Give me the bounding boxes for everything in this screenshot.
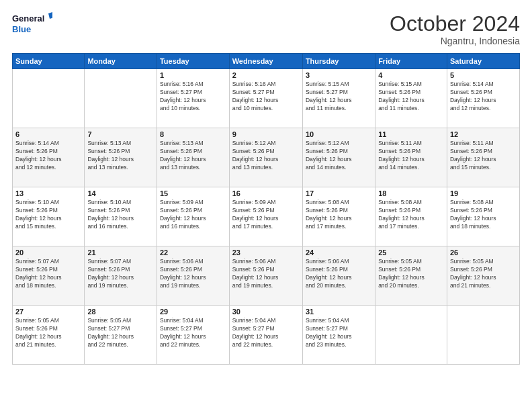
day-info: Sunrise: 5:10 AM Sunset: 5:26 PM Dayligh… bbox=[15, 199, 81, 231]
table-row: 7Sunrise: 5:13 AM Sunset: 5:26 PM Daylig… bbox=[85, 128, 157, 187]
day-number: 27 bbox=[15, 308, 81, 316]
table-row: 10Sunrise: 5:12 AM Sunset: 5:26 PM Dayli… bbox=[302, 128, 375, 187]
month-title: October 2024 bbox=[390, 12, 520, 36]
day-info: Sunrise: 5:08 AM Sunset: 5:26 PM Dayligh… bbox=[450, 199, 517, 231]
table-row: 21Sunrise: 5:07 AM Sunset: 5:26 PM Dayli… bbox=[85, 246, 157, 306]
day-number: 25 bbox=[378, 248, 444, 257]
table-row: 19Sunrise: 5:08 AM Sunset: 5:26 PM Dayli… bbox=[447, 187, 519, 246]
day-info: Sunrise: 5:06 AM Sunset: 5:26 PM Dayligh… bbox=[160, 258, 226, 290]
header-sunday: Sunday bbox=[13, 54, 85, 69]
day-info: Sunrise: 5:04 AM Sunset: 5:27 PM Dayligh… bbox=[160, 317, 226, 349]
day-number: 18 bbox=[378, 189, 444, 197]
day-number: 6 bbox=[15, 130, 81, 138]
table-row: 14Sunrise: 5:10 AM Sunset: 5:26 PM Dayli… bbox=[85, 187, 157, 246]
header-monday: Monday bbox=[85, 54, 157, 69]
day-info: Sunrise: 5:05 AM Sunset: 5:27 PM Dayligh… bbox=[87, 317, 154, 349]
header-friday: Friday bbox=[375, 54, 447, 69]
day-number: 21 bbox=[87, 248, 154, 257]
day-number: 15 bbox=[160, 189, 226, 197]
calendar-week-row: 13Sunrise: 5:10 AM Sunset: 5:26 PM Dayli… bbox=[13, 187, 520, 246]
day-number: 9 bbox=[232, 130, 300, 138]
table-row: 27Sunrise: 5:05 AM Sunset: 5:26 PM Dayli… bbox=[13, 306, 85, 365]
table-row: 11Sunrise: 5:11 AM Sunset: 5:26 PM Dayli… bbox=[375, 128, 447, 187]
day-info: Sunrise: 5:16 AM Sunset: 5:27 PM Dayligh… bbox=[232, 81, 300, 113]
day-number: 11 bbox=[378, 130, 444, 138]
logo-svg: General Blue bbox=[12, 12, 52, 38]
day-info: Sunrise: 5:12 AM Sunset: 5:26 PM Dayligh… bbox=[306, 140, 372, 172]
calendar-table: Sunday Monday Tuesday Wednesday Thursday… bbox=[12, 53, 520, 365]
day-info: Sunrise: 5:07 AM Sunset: 5:26 PM Dayligh… bbox=[15, 258, 81, 290]
table-row: 8Sunrise: 5:13 AM Sunset: 5:26 PM Daylig… bbox=[157, 128, 229, 187]
table-row: 17Sunrise: 5:08 AM Sunset: 5:26 PM Dayli… bbox=[302, 187, 375, 246]
day-info: Sunrise: 5:04 AM Sunset: 5:27 PM Dayligh… bbox=[306, 317, 372, 349]
day-info: Sunrise: 5:06 AM Sunset: 5:26 PM Dayligh… bbox=[306, 258, 372, 290]
day-info: Sunrise: 5:15 AM Sunset: 5:26 PM Dayligh… bbox=[378, 81, 444, 113]
table-row: 5Sunrise: 5:14 AM Sunset: 5:26 PM Daylig… bbox=[447, 69, 519, 128]
table-row bbox=[13, 69, 85, 128]
day-info: Sunrise: 5:11 AM Sunset: 5:26 PM Dayligh… bbox=[450, 140, 517, 172]
table-row: 16Sunrise: 5:09 AM Sunset: 5:26 PM Dayli… bbox=[229, 187, 302, 246]
table-row: 6Sunrise: 5:14 AM Sunset: 5:26 PM Daylig… bbox=[13, 128, 85, 187]
day-info: Sunrise: 5:10 AM Sunset: 5:26 PM Dayligh… bbox=[87, 199, 154, 231]
table-row: 28Sunrise: 5:05 AM Sunset: 5:27 PM Dayli… bbox=[85, 306, 157, 365]
table-row: 31Sunrise: 5:04 AM Sunset: 5:27 PM Dayli… bbox=[302, 306, 375, 365]
logo: General Blue bbox=[12, 12, 52, 38]
calendar-week-row: 20Sunrise: 5:07 AM Sunset: 5:26 PM Dayli… bbox=[13, 246, 520, 306]
day-number: 7 bbox=[87, 130, 154, 138]
day-number: 22 bbox=[160, 248, 226, 257]
svg-text:Blue: Blue bbox=[12, 24, 31, 34]
day-info: Sunrise: 5:09 AM Sunset: 5:26 PM Dayligh… bbox=[160, 199, 226, 231]
table-row: 4Sunrise: 5:15 AM Sunset: 5:26 PM Daylig… bbox=[375, 69, 447, 128]
day-number: 31 bbox=[306, 308, 372, 316]
day-info: Sunrise: 5:08 AM Sunset: 5:26 PM Dayligh… bbox=[306, 199, 372, 231]
svg-marker-2 bbox=[48, 12, 52, 19]
day-number: 17 bbox=[306, 189, 372, 197]
day-info: Sunrise: 5:16 AM Sunset: 5:27 PM Dayligh… bbox=[160, 81, 226, 113]
day-number: 5 bbox=[450, 71, 517, 79]
day-info: Sunrise: 5:13 AM Sunset: 5:26 PM Dayligh… bbox=[160, 140, 226, 172]
day-info: Sunrise: 5:08 AM Sunset: 5:26 PM Dayligh… bbox=[378, 199, 444, 231]
table-row: 24Sunrise: 5:06 AM Sunset: 5:26 PM Dayli… bbox=[302, 246, 375, 306]
day-info: Sunrise: 5:06 AM Sunset: 5:26 PM Dayligh… bbox=[232, 258, 300, 290]
table-row: 29Sunrise: 5:04 AM Sunset: 5:27 PM Dayli… bbox=[157, 306, 229, 365]
calendar-week-row: 6Sunrise: 5:14 AM Sunset: 5:26 PM Daylig… bbox=[13, 128, 520, 187]
table-row: 20Sunrise: 5:07 AM Sunset: 5:26 PM Dayli… bbox=[13, 246, 85, 306]
day-info: Sunrise: 5:05 AM Sunset: 5:26 PM Dayligh… bbox=[378, 258, 444, 290]
header-thursday: Thursday bbox=[302, 54, 375, 69]
day-info: Sunrise: 5:09 AM Sunset: 5:26 PM Dayligh… bbox=[232, 199, 300, 231]
day-number: 14 bbox=[87, 189, 154, 197]
table-row bbox=[375, 306, 447, 365]
table-row: 26Sunrise: 5:05 AM Sunset: 5:26 PM Dayli… bbox=[447, 246, 519, 306]
table-row: 30Sunrise: 5:04 AM Sunset: 5:27 PM Dayli… bbox=[229, 306, 302, 365]
day-info: Sunrise: 5:05 AM Sunset: 5:26 PM Dayligh… bbox=[15, 317, 81, 349]
weekday-header-row: Sunday Monday Tuesday Wednesday Thursday… bbox=[13, 54, 520, 69]
day-number: 1 bbox=[160, 71, 226, 79]
table-row: 12Sunrise: 5:11 AM Sunset: 5:26 PM Dayli… bbox=[447, 128, 519, 187]
calendar-body: 1Sunrise: 5:16 AM Sunset: 5:27 PM Daylig… bbox=[13, 69, 520, 365]
day-info: Sunrise: 5:07 AM Sunset: 5:26 PM Dayligh… bbox=[87, 258, 154, 290]
day-number: 24 bbox=[306, 248, 372, 257]
day-info: Sunrise: 5:15 AM Sunset: 5:27 PM Dayligh… bbox=[306, 81, 372, 113]
table-row: 23Sunrise: 5:06 AM Sunset: 5:26 PM Dayli… bbox=[229, 246, 302, 306]
table-row: 1Sunrise: 5:16 AM Sunset: 5:27 PM Daylig… bbox=[157, 69, 229, 128]
day-number: 29 bbox=[160, 308, 226, 316]
day-number: 20 bbox=[15, 248, 81, 257]
day-number: 10 bbox=[306, 130, 372, 138]
location-subtitle: Ngantru, Indonesia bbox=[390, 36, 520, 46]
day-info: Sunrise: 5:05 AM Sunset: 5:26 PM Dayligh… bbox=[450, 258, 517, 290]
table-row: 2Sunrise: 5:16 AM Sunset: 5:27 PM Daylig… bbox=[229, 69, 302, 128]
table-row: 22Sunrise: 5:06 AM Sunset: 5:26 PM Dayli… bbox=[157, 246, 229, 306]
day-number: 4 bbox=[378, 71, 444, 79]
table-row bbox=[447, 306, 519, 365]
title-block: October 2024 Ngantru, Indonesia bbox=[390, 12, 520, 46]
table-row: 15Sunrise: 5:09 AM Sunset: 5:26 PM Dayli… bbox=[157, 187, 229, 246]
header-wednesday: Wednesday bbox=[229, 54, 302, 69]
day-number: 23 bbox=[232, 248, 300, 257]
day-number: 30 bbox=[232, 308, 300, 316]
day-info: Sunrise: 5:13 AM Sunset: 5:26 PM Dayligh… bbox=[87, 140, 154, 172]
header-saturday: Saturday bbox=[447, 54, 519, 69]
day-number: 19 bbox=[450, 189, 517, 197]
day-number: 28 bbox=[87, 308, 154, 316]
day-number: 12 bbox=[450, 130, 517, 138]
day-info: Sunrise: 5:11 AM Sunset: 5:26 PM Dayligh… bbox=[378, 140, 444, 172]
